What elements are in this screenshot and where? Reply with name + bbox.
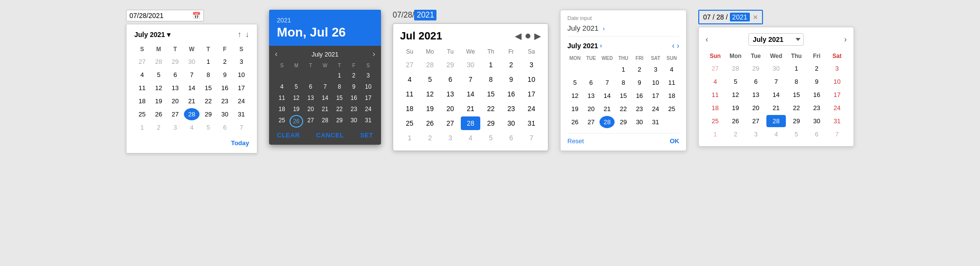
table-row[interactable]: 10 [361, 81, 375, 92]
table-row[interactable]: 3 [361, 70, 375, 81]
table-row[interactable]: 11 [706, 89, 725, 101]
table-row[interactable]: 16 [502, 87, 521, 101]
table-row[interactable]: 5 [151, 69, 166, 81]
table-row[interactable]: 19 [567, 103, 582, 115]
table-row[interactable]: 26 [567, 116, 582, 128]
table-row[interactable]: 24 [361, 104, 375, 114]
table-row[interactable]: 4 [134, 69, 150, 81]
table-row[interactable]: 27 [167, 108, 183, 120]
table-row[interactable]: 14 [766, 89, 786, 101]
table-row[interactable]: 14 [318, 93, 332, 103]
table-row[interactable]: 12 [151, 82, 166, 94]
table-row[interactable]: 17 [827, 89, 847, 101]
table-row[interactable]: 27 [304, 115, 318, 128]
table-row[interactable]: 4 [275, 81, 289, 92]
table-row[interactable]: 5 [290, 81, 304, 92]
table-row[interactable]: 29 [200, 108, 216, 120]
table-row[interactable]: 21 [184, 95, 200, 107]
cal4-input-value[interactable]: July 2021 [567, 24, 599, 32]
cal5-next-button[interactable]: › [844, 35, 847, 44]
table-row[interactable]: 18 [664, 90, 679, 102]
table-row[interactable]: 24 [648, 103, 663, 115]
table-row[interactable]: 31 [234, 108, 249, 120]
table-row[interactable]: 10 [522, 73, 541, 86]
table-row[interactable]: 27 [583, 116, 599, 128]
table-row[interactable]: 13 [167, 82, 183, 94]
table-row[interactable]: 2 [217, 56, 233, 68]
table-row[interactable]: 23 [347, 104, 361, 114]
table-row[interactable]: 28 [151, 56, 166, 68]
table-row[interactable]: 6 [807, 128, 827, 140]
table-row[interactable]: 19 [290, 104, 304, 114]
table-row[interactable]: 29 [787, 115, 806, 127]
table-row[interactable]: 11 [275, 93, 289, 103]
table-row[interactable]: 31 [522, 116, 541, 130]
table-row[interactable]: 1 [134, 121, 150, 133]
table-row[interactable]: 18 [275, 104, 289, 114]
table-row[interactable]: 30 [461, 58, 480, 72]
table-row[interactable]: 28 [420, 58, 440, 72]
table-row[interactable]: 17 [234, 82, 249, 94]
table-row[interactable]: 15 [787, 89, 806, 101]
table-row[interactable]: 10 [234, 69, 249, 81]
table-row[interactable]: 25 [275, 115, 289, 128]
table-row[interactable]: 25 [400, 116, 419, 130]
table-row[interactable]: 7 [461, 73, 480, 86]
table-row[interactable]: 14 [184, 82, 200, 94]
cal4-reset-button[interactable]: Reset [567, 137, 584, 145]
table-row[interactable]: 6 [304, 81, 318, 92]
table-row[interactable]: 24 [522, 102, 541, 115]
table-row[interactable]: 29 [440, 58, 460, 72]
table-row[interactable]: 27 [400, 58, 419, 72]
table-row[interactable]: 23 [632, 103, 647, 115]
table-row[interactable]: 2 [807, 62, 827, 75]
cal1-next-button[interactable]: ↓ [245, 30, 249, 39]
table-row[interactable]: 10 [827, 76, 847, 88]
cal2-set-button[interactable]: SET [360, 132, 373, 139]
table-row[interactable]: 3 [827, 62, 847, 75]
table-row[interactable]: 9 [807, 76, 827, 88]
cal1-today-button[interactable]: Today [231, 139, 249, 147]
table-row[interactable]: 1 [400, 131, 419, 145]
table-row[interactable]: 30 [632, 116, 647, 128]
table-row[interactable]: 23 [217, 95, 233, 107]
cal5-clear-icon[interactable]: ✕ [753, 14, 758, 21]
table-row[interactable]: 2 [632, 63, 647, 76]
table-row[interactable]: 13 [440, 87, 460, 101]
table-row[interactable]: 1 [616, 63, 631, 76]
table-row[interactable]: 7 [599, 76, 615, 89]
table-row[interactable]: 22 [481, 102, 501, 115]
table-row[interactable]: 6 [746, 76, 765, 88]
cal5-selected-day[interactable]: 28 [766, 115, 786, 127]
cal4-prev-button[interactable]: ‹ [672, 41, 674, 50]
table-row[interactable]: 28 [318, 115, 332, 128]
table-row[interactable]: 24 [827, 102, 847, 114]
table-row[interactable]: 5 [567, 76, 582, 89]
table-row[interactable]: 30 [807, 115, 827, 127]
table-row[interactable]: 13 [746, 89, 765, 101]
table-row[interactable]: 19 [151, 95, 166, 107]
table-row[interactable]: 21 [766, 102, 786, 114]
table-row[interactable]: 30 [347, 115, 361, 128]
table-row[interactable]: 31 [827, 115, 847, 127]
table-row[interactable]: 2 [420, 131, 440, 145]
table-row[interactable]: 14 [461, 87, 480, 101]
cal3-next-button[interactable]: ▶ [534, 31, 541, 41]
table-row[interactable]: 29 [167, 56, 183, 68]
table-row[interactable]: 15 [616, 90, 631, 102]
table-row[interactable]: 26 [420, 116, 440, 130]
table-row[interactable]: 15 [481, 87, 501, 101]
table-row[interactable]: 12 [420, 87, 440, 101]
table-row[interactable]: 30 [184, 56, 200, 68]
table-row[interactable]: 5 [420, 73, 440, 86]
table-row[interactable]: 5 [726, 76, 745, 88]
table-row[interactable]: 27 [440, 116, 460, 130]
table-row[interactable]: 30 [766, 62, 786, 75]
table-row[interactable]: 29 [746, 62, 765, 75]
table-row[interactable]: 30 [502, 116, 521, 130]
table-row[interactable]: 29 [481, 116, 501, 130]
cal2-today-day[interactable]: 26 [290, 115, 304, 128]
table-row[interactable]: 17 [522, 87, 541, 101]
table-row[interactable]: 5 [200, 121, 216, 133]
cal2-cancel-button[interactable]: CANCEL [316, 132, 344, 139]
